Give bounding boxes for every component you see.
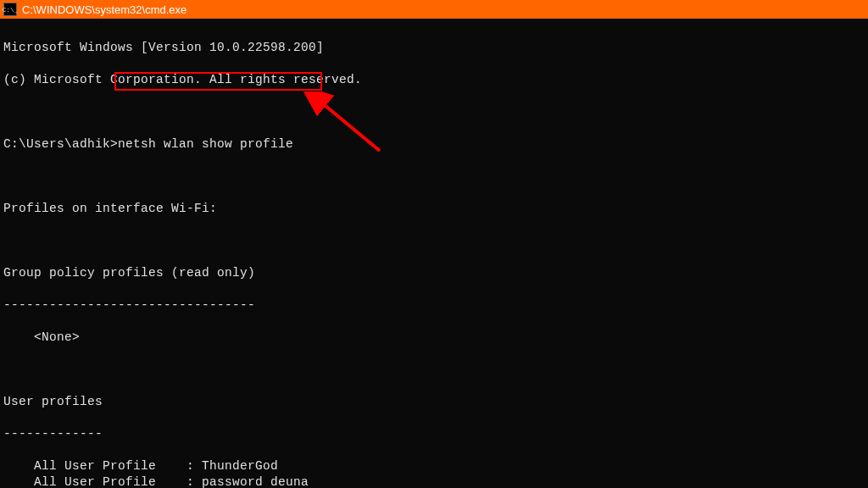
prompt-line: C:\Users\adhik>netsh wlan show profile <box>3 136 865 152</box>
title-bar[interactable]: C:\_ C:\WINDOWS\system32\cmd.exe <box>0 0 868 19</box>
prompt-text: C:\Users\adhik> <box>3 137 118 151</box>
group-policy-header: Group policy profiles (read only) <box>3 265 865 281</box>
group-policy-separator: --------------------------------- <box>3 297 865 313</box>
user-profiles-header: User profiles <box>3 394 865 410</box>
command-text: netsh wlan show profile <box>118 137 293 151</box>
cmd-icon: C:\_ <box>3 3 17 16</box>
profile-row: All User Profile : password deuna <box>3 474 865 488</box>
version-line: Microsoft Windows [Version 10.0.22598.20… <box>3 40 865 56</box>
group-policy-value: <None> <box>3 330 865 346</box>
copyright-line: (c) Microsoft Corporation. All rights re… <box>3 72 865 88</box>
interface-header: Profiles on interface Wi-Fi: <box>3 201 865 217</box>
profile-row: All User Profile : ThunderGod <box>3 458 865 474</box>
terminal-output[interactable]: Microsoft Windows [Version 10.0.22598.20… <box>0 19 868 488</box>
window-title: C:\WINDOWS\system32\cmd.exe <box>22 3 186 16</box>
user-profiles-separator: ------------- <box>3 426 865 442</box>
